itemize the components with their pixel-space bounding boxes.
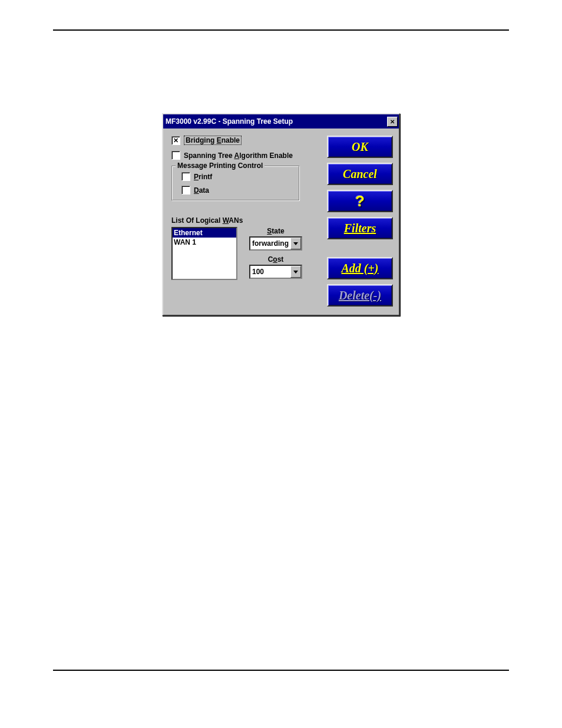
titlebar: MF3000 v2.99C - Spanning Tree Setup ✕: [163, 114, 399, 129]
spt-enable-label: Spanning Tree Algorithm Enable: [184, 151, 293, 160]
spt-enable-row[interactable]: Spanning Tree Algorithm Enable: [171, 151, 321, 160]
cancel-button[interactable]: Cancel: [327, 163, 393, 185]
rule-bottom: [53, 670, 509, 671]
state-combo[interactable]: forwarding: [249, 236, 302, 251]
state-value: forwarding: [250, 238, 290, 249]
help-button[interactable]: ?: [327, 190, 393, 212]
help-icon: ?: [355, 192, 365, 210]
list-item[interactable]: WAN 1: [173, 238, 236, 247]
chevron-down-icon[interactable]: [290, 266, 301, 278]
state-label: State: [267, 227, 284, 235]
chevron-down-icon[interactable]: [290, 238, 301, 249]
rule-top: [53, 29, 509, 31]
data-checkbox[interactable]: [181, 186, 190, 195]
bridging-enable-label: Bridging Enable: [184, 136, 242, 145]
wans-heading: List Of Logical WANs: [171, 216, 321, 225]
printf-checkbox[interactable]: [181, 172, 190, 181]
ok-button[interactable]: OK: [327, 136, 393, 158]
close-icon[interactable]: ✕: [387, 117, 398, 127]
add-button[interactable]: Add (+): [327, 257, 393, 279]
dialog-spanning-tree: MF3000 v2.99C - Spanning Tree Setup ✕ ✕ …: [162, 113, 400, 316]
data-label: Data: [194, 186, 209, 195]
printf-row[interactable]: Printf: [181, 172, 293, 181]
message-printing-group: Message Printing Control Printf Data: [171, 166, 300, 201]
window-title: MF3000 v2.99C - Spanning Tree Setup: [166, 117, 293, 126]
cost-value: 100: [250, 266, 290, 278]
message-printing-legend: Message Printing Control: [176, 162, 265, 170]
printf-label: Printf: [194, 173, 212, 181]
cost-label: Cost: [268, 255, 284, 263]
data-row[interactable]: Data: [181, 186, 293, 195]
bridging-enable-row[interactable]: ✕ Bridging Enable: [171, 136, 321, 145]
bridging-enable-checkbox[interactable]: ✕: [171, 136, 180, 145]
list-item[interactable]: Ethernet: [173, 228, 236, 238]
filters-button[interactable]: Filters: [327, 217, 393, 239]
wans-listbox[interactable]: Ethernet WAN 1: [171, 227, 237, 280]
delete-button[interactable]: Delete(-): [327, 284, 393, 307]
cost-combo[interactable]: 100: [249, 265, 302, 279]
spt-enable-checkbox[interactable]: [171, 151, 180, 160]
